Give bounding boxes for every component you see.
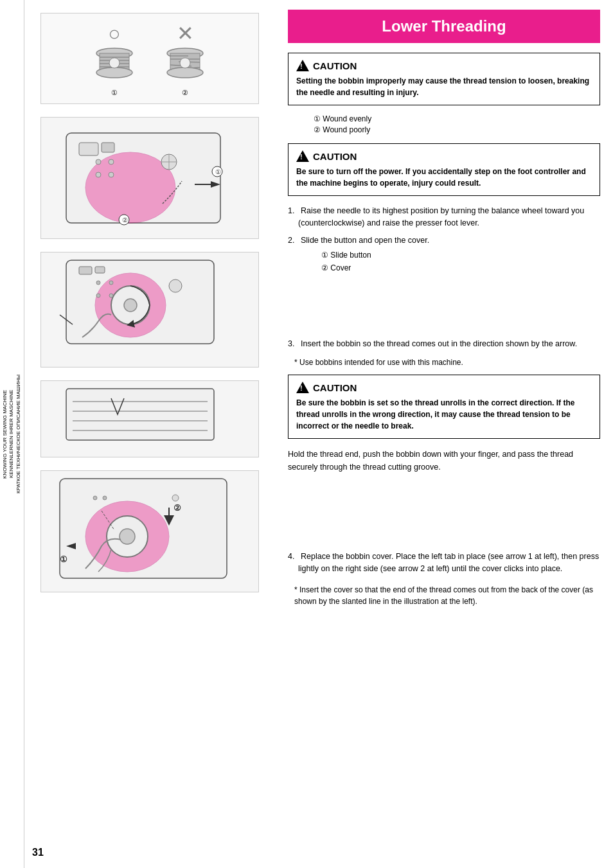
svg-point-42 [96, 281, 100, 285]
caution-box-1: CAUTION Setting the bobbin improperly ma… [288, 53, 600, 105]
svg-text:①: ① [60, 554, 67, 564]
caution-label-3: CAUTION [313, 382, 357, 393]
step-4: 4. Replace the bobbin cover. Place the l… [288, 551, 600, 575]
svg-point-17 [180, 58, 190, 68]
step-3-list: 3. Insert the bobbin so the thread comes… [288, 338, 600, 350]
step-2-num: 2. [288, 235, 294, 247]
bobbin-bad-label: ② [182, 89, 188, 97]
step-3: 3. Insert the bobbin so the thread comes… [288, 338, 600, 350]
step-3-star: Use bobbins intended for use with this m… [294, 357, 600, 368]
svg-point-32 [109, 159, 114, 164]
bobbin-bad: ✕ ② [163, 23, 208, 97]
content-area: ○ [24, 0, 613, 868]
svg-point-59 [93, 496, 97, 500]
caution-header-1: CAUTION [296, 60, 592, 71]
step-3-text: Insert the bobbin so the thread comes ou… [301, 339, 577, 348]
step-3-num: 3. [288, 338, 294, 350]
svg-rect-20 [79, 143, 98, 155]
steps-1-2: 1. Raise the needle to its highest posit… [288, 205, 600, 274]
svg-rect-39 [79, 267, 92, 274]
check-icon: ○ [108, 23, 120, 44]
step-2-sub-2: ② Cover [311, 262, 600, 274]
caution-triangle-3 [296, 382, 309, 393]
cover-replace-svg: ① ② [47, 472, 253, 591]
bobbin-good-svg [92, 47, 137, 85]
svg-point-43 [109, 281, 113, 285]
thread-groove-illus [40, 380, 259, 457]
sidebar-text: KNOWING YOUR SEWING MACHINE KENNENLERNEN… [2, 375, 22, 493]
machine-cover-svg: ① ② [47, 120, 253, 236]
step-4-star: Insert the cover so that the end of the … [294, 584, 600, 607]
step-2-text: Slide the button and open the cover. [301, 236, 429, 245]
caution-label-2: CAUTION [313, 151, 357, 162]
svg-text:②: ② [173, 503, 181, 513]
svg-point-16 [167, 67, 203, 78]
caution-text-2: Be sure to turn off the power. If you ac… [296, 166, 592, 189]
step-1-num: 1. [288, 205, 294, 217]
bobbin-insert-svg [47, 254, 253, 366]
step-1: 1. Raise the needle to its highest posit… [288, 205, 600, 229]
caution-box-2: CAUTION Be sure to turn off the power. I… [288, 143, 600, 196]
thread-groove-svg [47, 382, 253, 456]
bobbin-labels: ① Wound evenly ② Wound poorly [314, 114, 600, 134]
bobbin-insert-illus [40, 252, 259, 368]
svg-point-60 [103, 496, 107, 500]
caution-header-2: CAUTION [296, 150, 592, 162]
svg-rect-21 [102, 143, 114, 152]
bobbin-label-1: ① Wound evenly [314, 114, 600, 123]
svg-rect-40 [95, 267, 105, 273]
svg-text:①: ① [215, 168, 221, 175]
svg-point-44 [96, 294, 100, 297]
cross-icon: ✕ [177, 23, 194, 44]
svg-point-31 [96, 159, 101, 164]
svg-point-54 [120, 529, 135, 544]
svg-point-33 [96, 172, 101, 177]
bobbin-good: ○ [92, 23, 137, 97]
caution-box-3: CAUTION Be sure the bobbin is set so the… [288, 375, 600, 439]
main-content: ○ [24, 0, 613, 868]
left-illustrations: ○ [24, 0, 275, 868]
caution-triangle-1 [296, 60, 309, 71]
svg-point-8 [109, 58, 120, 68]
caution-header-3: CAUTION [296, 382, 592, 393]
bobbin-label-2: ② Wound poorly [314, 125, 600, 134]
svg-text:②: ② [122, 217, 128, 224]
svg-point-45 [109, 294, 113, 297]
bobbin-bad-svg [163, 47, 208, 85]
right-text-col: Lower Threading CAUTION Setting the bobb… [275, 0, 613, 868]
caution-triangle-2 [296, 150, 309, 162]
svg-point-41 [169, 279, 182, 292]
step-2-sub: ① Slide button ② Cover [311, 249, 600, 274]
svg-point-7 [96, 67, 132, 78]
sidebar: KNOWING YOUR SEWING MACHINE KENNENLERNEN… [0, 0, 24, 868]
caution-text-1: Setting the bobbin improperly may cause … [296, 75, 592, 98]
caution-text-3: Be sure the bobbin is set so the thread … [296, 397, 592, 432]
svg-point-61 [172, 495, 179, 501]
step-4-text: Replace the bobbin cover. Place the left… [298, 552, 599, 573]
step-4-list: 4. Replace the bobbin cover. Place the l… [288, 551, 600, 575]
machine-cover-illus: ① ② [40, 117, 259, 239]
svg-rect-46 [66, 389, 214, 440]
step-1-text: Raise the needle to its highest position… [298, 206, 584, 227]
step-2: 2. Slide the button and open the cover. … [288, 235, 600, 274]
bobbin-good-label: ① [111, 89, 118, 97]
svg-point-34 [109, 172, 114, 177]
hold-thread-para: Hold the thread end, push the bobbin dow… [288, 448, 600, 474]
page-title: Lower Threading [301, 17, 587, 35]
svg-point-38 [124, 299, 137, 312]
title-banner: Lower Threading [288, 10, 600, 43]
step-4-num: 4. [288, 551, 294, 563]
page-number: 31 [32, 847, 44, 858]
caution-label-1: CAUTION [313, 60, 357, 71]
step-2-sub-1: ① Slide button [311, 249, 600, 261]
cover-replace-illus: ① ② [40, 470, 259, 592]
